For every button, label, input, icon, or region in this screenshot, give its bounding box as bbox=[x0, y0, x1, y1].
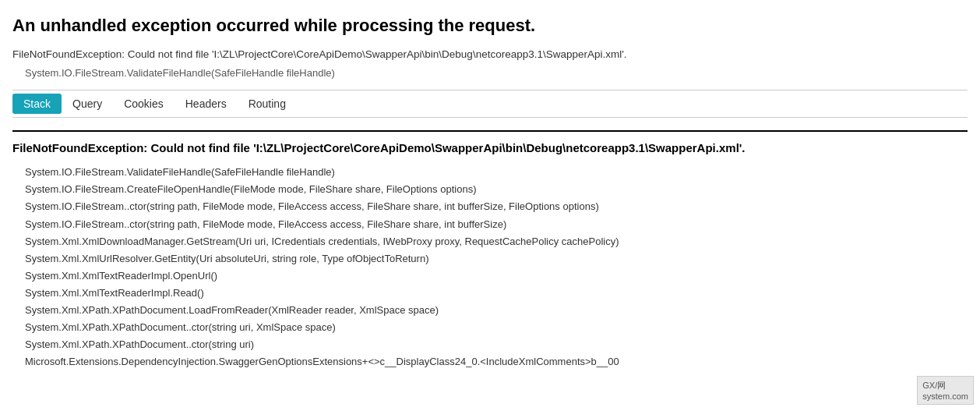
watermark: GX/网 system.com bbox=[917, 376, 974, 386]
exception-message: FileNotFoundException: Could not find fi… bbox=[12, 47, 968, 62]
sub-message: System.IO.FileStream.ValidateFileHandle(… bbox=[25, 67, 968, 79]
tab-stack[interactable]: Stack bbox=[12, 94, 62, 114]
tabs-bar: Stack Query Cookies Headers Routing bbox=[12, 90, 968, 118]
stack-line-4: System.Xml.XmlDownloadManager.GetStream(… bbox=[25, 233, 968, 250]
stack-line-2: System.IO.FileStream..ctor(string path, … bbox=[25, 198, 968, 215]
stack-title: FileNotFoundException: Could not find fi… bbox=[12, 130, 968, 156]
stack-line-0: System.IO.FileStream.ValidateFileHandle(… bbox=[25, 164, 968, 181]
tab-headers[interactable]: Headers bbox=[174, 94, 238, 114]
tab-routing[interactable]: Routing bbox=[238, 94, 297, 114]
stack-trace: System.IO.FileStream.ValidateFileHandle(… bbox=[12, 164, 968, 370]
stack-line-7: System.Xml.XmlTextReaderImpl.Read() bbox=[25, 285, 968, 302]
main-title: An unhandled exception occurred while pr… bbox=[12, 16, 968, 36]
tab-query[interactable]: Query bbox=[62, 94, 113, 114]
stack-line-8: System.Xml.XPath.XPathDocument.LoadFromR… bbox=[25, 302, 968, 319]
stack-line-3: System.IO.FileStream..ctor(string path, … bbox=[25, 216, 968, 233]
page-container: An unhandled exception occurred while pr… bbox=[0, 0, 980, 386]
stack-line-5: System.Xml.XmlUrlResolver.GetEntity(Uri … bbox=[25, 250, 968, 268]
tab-cookies[interactable]: Cookies bbox=[113, 94, 174, 114]
stack-line-10: System.Xml.XPath.XPathDocument..ctor(str… bbox=[25, 336, 968, 353]
stack-line-11: Microsoft.Extensions.DependencyInjection… bbox=[25, 353, 968, 370]
stack-line-9: System.Xml.XPath.XPathDocument..ctor(str… bbox=[25, 319, 968, 336]
watermark-box: GX/网 system.com bbox=[917, 376, 974, 386]
stack-line-6: System.Xml.XmlTextReaderImpl.OpenUrl() bbox=[25, 268, 968, 285]
stack-line-1: System.IO.FileStream.CreateFileOpenHandl… bbox=[25, 181, 968, 198]
watermark-line1: GX/网 bbox=[922, 381, 946, 386]
